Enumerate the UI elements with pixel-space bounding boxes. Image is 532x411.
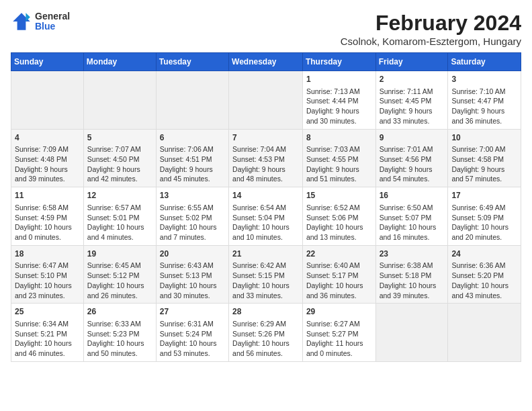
cell-content: Sunrise: 7:06 AMSunset: 4:51 PMDaylight:… [160, 144, 225, 184]
sunset-text: Sunset: 5:15 PM [232, 271, 299, 281]
cell-content: Sunrise: 6:49 AMSunset: 5:09 PMDaylight:… [451, 203, 517, 242]
sunset-text: Sunset: 5:23 PM [87, 329, 152, 339]
calendar-cell: 14Sunrise: 6:54 AMSunset: 5:04 PMDayligh… [229, 187, 303, 246]
cell-content: Sunrise: 6:36 AMSunset: 5:20 PMDaylight:… [451, 261, 517, 300]
cell-content: Sunrise: 6:50 AMSunset: 5:07 PMDaylight:… [380, 203, 445, 242]
calendar-cell: 1Sunrise: 7:13 AMSunset: 4:44 PMDaylight… [302, 71, 375, 130]
day-number: 15 [306, 190, 372, 201]
weekday-header-wednesday: Wednesday [229, 53, 303, 71]
cell-content: Sunrise: 7:00 AMSunset: 4:58 PMDaylight:… [451, 144, 517, 184]
weekday-header-monday: Monday [83, 53, 156, 71]
cell-content: Sunrise: 6:43 AMSunset: 5:13 PMDaylight:… [160, 261, 225, 300]
sunset-text: Sunset: 5:12 PM [87, 271, 152, 281]
day-number: 13 [160, 190, 225, 201]
sunrise-text: Sunrise: 6:57 AM [87, 203, 152, 213]
calendar-cell: 19Sunrise: 6:45 AMSunset: 5:12 PMDayligh… [83, 245, 156, 304]
calendar-body: 1Sunrise: 7:13 AMSunset: 4:44 PMDaylight… [11, 71, 521, 362]
day-number: 29 [306, 306, 372, 318]
weekday-header-tuesday: Tuesday [156, 53, 228, 71]
calendar-cell: 2Sunrise: 7:11 AMSunset: 4:45 PMDaylight… [375, 71, 448, 130]
calendar-cell: 24Sunrise: 6:36 AMSunset: 5:20 PMDayligh… [448, 245, 521, 304]
logo-text: General Blue [35, 11, 70, 32]
calendar: SundayMondayTuesdayWednesdayThursdayFrid… [11, 52, 521, 362]
sunset-text: Sunset: 5:10 PM [15, 271, 80, 281]
day-number: 3 [451, 74, 517, 85]
weekday-row: SundayMondayTuesdayWednesdayThursdayFrid… [11, 53, 521, 71]
title-block: February 2024 Csolnok, Komarom-Esztergom… [341, 11, 521, 47]
day-number: 26 [87, 306, 152, 318]
logo-general: General [35, 11, 70, 21]
sunrise-text: Sunrise: 7:04 AM [232, 144, 299, 154]
daylight-text: Daylight: 9 hours and 54 minutes. [380, 165, 445, 184]
daylight-text: Daylight: 10 hours and 36 minutes. [306, 281, 372, 300]
weekday-header-thursday: Thursday [302, 53, 375, 71]
calendar-cell: 5Sunrise: 7:07 AMSunset: 4:50 PMDaylight… [83, 129, 156, 187]
page-header: General Blue February 2024 Csolnok, Koma… [11, 11, 521, 47]
day-number: 25 [15, 306, 80, 318]
sunset-text: Sunset: 4:47 PM [451, 96, 517, 106]
day-number: 23 [380, 248, 445, 260]
cell-content: Sunrise: 7:03 AMSunset: 4:55 PMDaylight:… [306, 144, 372, 184]
sunrise-text: Sunrise: 7:11 AM [380, 87, 445, 97]
daylight-text: Daylight: 10 hours and 46 minutes. [15, 338, 80, 358]
calendar-cell: 17Sunrise: 6:49 AMSunset: 5:09 PMDayligh… [448, 187, 521, 246]
sunrise-text: Sunrise: 7:00 AM [451, 144, 517, 154]
sunset-text: Sunset: 4:59 PM [15, 213, 80, 223]
sunrise-text: Sunrise: 7:09 AM [15, 144, 80, 154]
calendar-cell [11, 71, 84, 130]
calendar-cell: 22Sunrise: 6:40 AMSunset: 5:17 PMDayligh… [302, 245, 375, 304]
calendar-cell: 6Sunrise: 7:06 AMSunset: 4:51 PMDaylight… [156, 129, 228, 187]
cell-content: Sunrise: 7:10 AMSunset: 4:47 PMDaylight:… [451, 87, 517, 126]
sunset-text: Sunset: 5:18 PM [380, 271, 445, 281]
day-number: 9 [380, 132, 445, 144]
calendar-week-3: 11Sunrise: 6:58 AMSunset: 4:59 PMDayligh… [11, 187, 521, 246]
sunrise-text: Sunrise: 7:10 AM [451, 87, 517, 97]
day-number: 21 [232, 248, 299, 260]
daylight-text: Daylight: 10 hours and 30 minutes. [160, 281, 225, 300]
cell-content: Sunrise: 6:58 AMSunset: 4:59 PMDaylight:… [15, 203, 80, 242]
daylight-text: Daylight: 10 hours and 0 minutes. [15, 222, 80, 242]
calendar-cell: 12Sunrise: 6:57 AMSunset: 5:01 PMDayligh… [83, 187, 156, 246]
calendar-cell [83, 71, 156, 130]
sunset-text: Sunset: 5:26 PM [232, 329, 299, 339]
daylight-text: Daylight: 10 hours and 7 minutes. [160, 222, 225, 242]
daylight-text: Daylight: 9 hours and 42 minutes. [87, 165, 152, 184]
daylight-text: Daylight: 10 hours and 26 minutes. [87, 281, 152, 300]
sunrise-text: Sunrise: 6:55 AM [160, 203, 225, 213]
sunrise-text: Sunrise: 6:36 AM [451, 261, 517, 271]
sunset-text: Sunset: 5:01 PM [87, 213, 152, 223]
cell-content: Sunrise: 6:40 AMSunset: 5:17 PMDaylight:… [306, 261, 372, 300]
calendar-week-4: 18Sunrise: 6:47 AMSunset: 5:10 PMDayligh… [11, 245, 521, 304]
sunrise-text: Sunrise: 6:49 AM [451, 203, 517, 213]
cell-content: Sunrise: 6:27 AMSunset: 5:27 PMDaylight:… [306, 319, 372, 359]
sunrise-text: Sunrise: 6:29 AM [232, 319, 299, 329]
daylight-text: Daylight: 10 hours and 10 minutes. [232, 222, 299, 242]
calendar-cell: 11Sunrise: 6:58 AMSunset: 4:59 PMDayligh… [11, 187, 84, 246]
sunrise-text: Sunrise: 6:43 AM [160, 261, 225, 271]
cell-content: Sunrise: 7:04 AMSunset: 4:53 PMDaylight:… [232, 144, 299, 184]
calendar-week-2: 4Sunrise: 7:09 AMSunset: 4:48 PMDaylight… [11, 129, 521, 187]
day-number: 16 [380, 190, 445, 201]
calendar-cell: 8Sunrise: 7:03 AMSunset: 4:55 PMDaylight… [302, 129, 375, 187]
day-number: 12 [87, 190, 152, 201]
calendar-cell: 4Sunrise: 7:09 AMSunset: 4:48 PMDaylight… [11, 129, 84, 187]
sunset-text: Sunset: 4:56 PM [380, 154, 445, 165]
calendar-cell: 25Sunrise: 6:34 AMSunset: 5:21 PMDayligh… [11, 304, 84, 362]
sunset-text: Sunset: 5:07 PM [380, 213, 445, 223]
day-number: 8 [306, 132, 372, 144]
sunrise-text: Sunrise: 7:01 AM [380, 144, 445, 154]
daylight-text: Daylight: 10 hours and 43 minutes. [451, 281, 517, 300]
calendar-cell: 18Sunrise: 6:47 AMSunset: 5:10 PMDayligh… [11, 245, 84, 304]
logo: General Blue [11, 11, 70, 32]
sunset-text: Sunset: 4:44 PM [306, 96, 372, 106]
calendar-header: SundayMondayTuesdayWednesdayThursdayFrid… [11, 53, 521, 71]
sunset-text: Sunset: 5:20 PM [451, 271, 517, 281]
daylight-text: Daylight: 9 hours and 33 minutes. [380, 106, 445, 126]
main-title: February 2024 [341, 11, 521, 36]
cell-content: Sunrise: 6:42 AMSunset: 5:15 PMDaylight:… [232, 261, 299, 300]
cell-content: Sunrise: 6:55 AMSunset: 5:02 PMDaylight:… [160, 203, 225, 242]
sunrise-text: Sunrise: 6:52 AM [306, 203, 372, 213]
cell-content: Sunrise: 7:09 AMSunset: 4:48 PMDaylight:… [15, 144, 80, 184]
sunset-text: Sunset: 4:55 PM [306, 154, 372, 165]
cell-content: Sunrise: 6:57 AMSunset: 5:01 PMDaylight:… [87, 203, 152, 242]
